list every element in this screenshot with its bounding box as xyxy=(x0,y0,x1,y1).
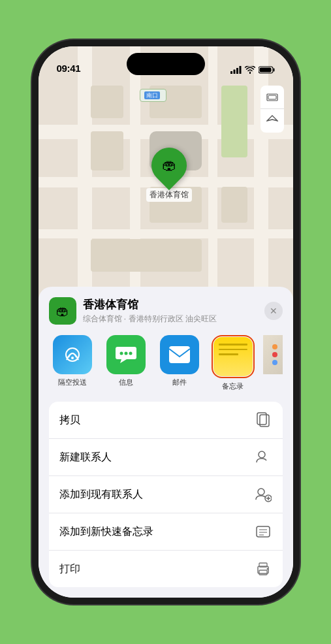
sheet-header: 🏟 香港体育馆 综合体育馆 · 香港特别行政区 油尖旺区 ✕ xyxy=(49,297,283,325)
wifi-icon xyxy=(245,66,255,74)
map-layers-button[interactable] xyxy=(260,86,284,109)
svg-rect-2 xyxy=(236,68,238,74)
svg-rect-5 xyxy=(273,69,274,72)
printer-icon xyxy=(254,560,272,578)
action-list: 拷贝 新建联系人 添 xyxy=(49,402,283,587)
svg-point-11 xyxy=(119,352,123,355)
stadium-pin: 🏟 香港体育馆 xyxy=(146,148,192,202)
pin-marker: 🏟 xyxy=(144,140,193,190)
location-arrow-icon xyxy=(266,115,278,127)
venue-icon: 🏟 xyxy=(49,297,76,325)
action-copy[interactable]: 拷贝 xyxy=(49,402,283,439)
airdrop-label: 隔空投送 xyxy=(58,378,87,387)
stadium-icon: 🏟 xyxy=(162,157,176,174)
venue-name: 香港体育馆 xyxy=(83,297,264,312)
svg-point-17 xyxy=(259,451,265,458)
mail-icon xyxy=(160,335,199,374)
mail-label: 邮件 xyxy=(172,378,187,387)
more-icon xyxy=(263,335,283,374)
airdrop-symbol xyxy=(62,344,83,365)
person-add-icon xyxy=(254,448,272,466)
phone-frame: 09:41 xyxy=(39,46,293,598)
action-add-existing-label: 添加到现有联系人 xyxy=(59,488,143,502)
dynamic-island xyxy=(127,53,205,75)
status-icons xyxy=(230,66,275,74)
messages-label: 信息 xyxy=(119,378,133,387)
svg-rect-8 xyxy=(268,95,276,99)
svg-rect-28 xyxy=(259,570,267,575)
app-item-notes[interactable]: 备忘录 xyxy=(210,335,257,391)
notes-icon xyxy=(213,337,253,376)
venue-info: 香港体育馆 综合体育馆 · 香港特别行政区 油尖旺区 xyxy=(83,297,264,325)
app-item-messages[interactable]: 信息 xyxy=(102,335,150,391)
notes-label: 备忘录 xyxy=(222,381,244,391)
venue-subtitle: 综合体育馆 · 香港特别行政区 油尖旺区 xyxy=(83,314,264,325)
battery-icon xyxy=(259,66,275,74)
svg-rect-3 xyxy=(239,66,241,74)
person-circle-add-icon xyxy=(254,485,272,504)
svg-point-29 xyxy=(266,568,268,570)
action-print[interactable]: 打印 xyxy=(49,551,283,587)
copy-icon xyxy=(254,411,272,429)
action-add-existing[interactable]: 添加到现有联系人 xyxy=(49,476,283,513)
label-badge: 南口 xyxy=(144,91,160,99)
messages-icon xyxy=(106,335,146,374)
action-quick-note-label: 添加到新快速备忘录 xyxy=(59,525,153,539)
svg-rect-6 xyxy=(259,68,271,72)
app-item-mail[interactable]: 邮件 xyxy=(156,335,203,391)
svg-point-13 xyxy=(129,352,132,355)
action-new-contact[interactable]: 新建联系人 xyxy=(49,439,283,476)
action-new-contact-label: 新建联系人 xyxy=(59,451,112,464)
app-sharing-row: 隔空投送 信息 xyxy=(49,335,283,391)
map-entry-label: 南口 xyxy=(140,89,166,102)
svg-rect-1 xyxy=(233,70,235,74)
action-copy-label: 拷贝 xyxy=(59,413,80,427)
action-quick-note[interactable]: 添加到新快速备忘录 xyxy=(49,513,283,551)
status-time: 09:41 xyxy=(57,63,81,74)
notes-lines xyxy=(219,344,247,359)
action-print-label: 打印 xyxy=(59,562,80,576)
messages-symbol xyxy=(115,344,137,365)
svg-rect-14 xyxy=(169,346,190,363)
app-item-more[interactable] xyxy=(263,335,283,391)
map-location-button[interactable] xyxy=(260,109,284,133)
svg-point-12 xyxy=(124,352,127,355)
bottom-sheet: 🏟 香港体育馆 综合体育馆 · 香港特别行政区 油尖旺区 ✕ 隔空 xyxy=(39,287,293,598)
airdrop-icon xyxy=(53,335,92,374)
layers-icon xyxy=(266,91,279,104)
mail-symbol xyxy=(168,346,191,364)
svg-rect-0 xyxy=(230,71,232,74)
app-item-airdrop[interactable]: 隔空投送 xyxy=(49,335,96,391)
quick-note-icon xyxy=(254,523,272,541)
map-controls[interactable] xyxy=(260,86,284,133)
signal-icon xyxy=(230,66,242,74)
svg-point-18 xyxy=(258,489,264,495)
svg-point-10 xyxy=(71,357,74,359)
close-button[interactable]: ✕ xyxy=(264,302,283,320)
